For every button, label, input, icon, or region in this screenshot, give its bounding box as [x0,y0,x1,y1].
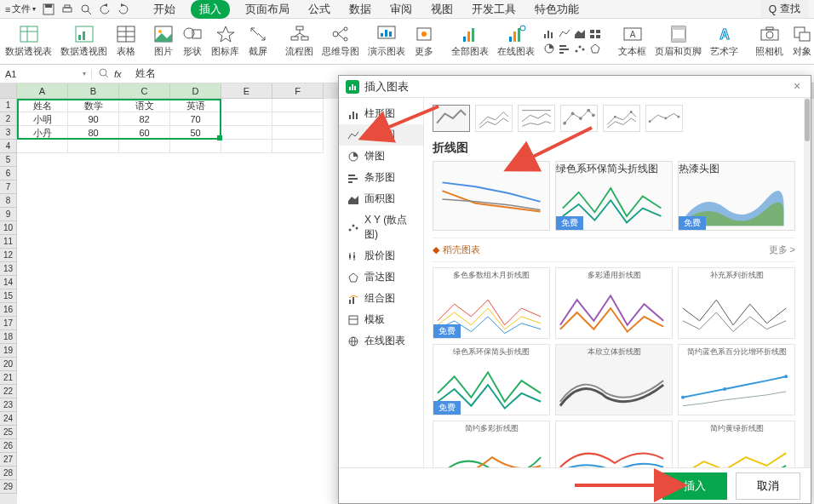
name-box[interactable]: A1 ▾ [0,69,92,79]
tab-dev[interactable]: 开发工具 [468,0,519,19]
row-header[interactable]: 27 [0,453,17,467]
row-header[interactable]: 25 [0,426,17,439]
close-button[interactable]: × [790,80,804,94]
col-header[interactable]: A [17,83,68,99]
btn-flowchart[interactable]: 流程图 [285,25,313,58]
row-header[interactable]: 11 [0,235,17,249]
file-menu[interactable]: ≡ 文件 ▾ [5,3,36,15]
daoke-item[interactable]: 简约蓝色系百分比增环折线图 [678,344,795,415]
chart-type-combo[interactable]: 组合图 [339,288,423,309]
row-header[interactable]: 21 [0,371,17,385]
cell[interactable]: 90 [68,112,119,126]
row-header[interactable]: 4 [0,140,17,153]
col-header[interactable]: D [170,83,221,99]
save-icon[interactable] [43,3,54,15]
row-header[interactable]: 14 [0,276,17,289]
row-header[interactable]: 6 [0,167,17,180]
row-header[interactable]: 18 [0,330,17,344]
daoke-item[interactable] [555,421,673,467]
tab-page-layout[interactable]: 页面布局 [242,0,293,19]
print-icon[interactable] [61,3,73,15]
cell[interactable]: 50 [170,126,221,140]
cancel-button[interactable]: 取消 [736,472,800,500]
cell[interactable]: 语文 [119,99,170,112]
cell[interactable]: 80 [68,126,119,140]
daoke-item[interactable]: 补充系列折线图 [678,267,795,339]
formula-input[interactable]: 姓名 [129,66,156,81]
cell[interactable] [119,140,170,153]
subtype-line-markers[interactable] [560,105,598,132]
tab-insert[interactable]: 插入 [191,0,230,19]
mini-scatter-icon[interactable] [574,43,586,54]
row-header[interactable]: 22 [0,385,17,398]
subtype-stacked-line[interactable] [475,105,513,132]
tab-data[interactable]: 数据 [346,0,375,19]
chart-type-line[interactable]: 折线图 [339,124,423,146]
select-all-corner[interactable] [0,83,17,99]
btn-textbox[interactable]: A文本框 [618,25,646,58]
row-header[interactable]: 10 [0,221,17,235]
btn-more[interactable]: 更多 [414,25,434,58]
cell[interactable] [68,140,119,153]
tab-view[interactable]: 视图 [427,0,456,19]
subtype-stacked-markers[interactable] [603,105,640,132]
cell[interactable]: 70 [170,112,221,126]
cell[interactable] [272,140,324,153]
cell[interactable] [272,112,324,126]
col-header[interactable]: E [221,83,272,99]
daoke-item[interactable]: 绿色系环保简头折线图免费 [433,344,550,415]
mini-area-icon[interactable] [574,27,586,39]
chart-type-radar[interactable]: 雷达图 [339,266,423,288]
btn-picture[interactable]: 图片 [153,25,174,58]
mini-column-icon[interactable] [543,27,555,39]
daoke-item[interactable]: 简约多彩折线图 [433,421,550,467]
vertical-scrollbar[interactable] [804,98,811,467]
row-header[interactable]: 9 [0,208,17,221]
tab-review[interactable]: 审阅 [387,0,416,19]
row-header[interactable]: 13 [0,262,17,276]
cell[interactable] [272,126,324,140]
row-header[interactable]: 12 [0,249,17,262]
tab-start[interactable]: 开始 [150,0,179,19]
cell[interactable]: 82 [119,112,170,126]
row-header[interactable]: 29 [0,480,17,494]
daoke-item[interactable]: 简约黄绿折线图 [678,421,795,467]
row-header[interactable]: 28 [0,467,17,480]
mini-bar-icon[interactable] [559,43,570,54]
tab-special[interactable]: 特色功能 [531,0,582,19]
cell[interactable]: 小明 [17,112,68,126]
mini-pie-icon[interactable] [543,43,555,54]
cell[interactable]: 小丹 [17,126,68,140]
col-header[interactable]: C [119,83,170,99]
cell[interactable] [221,112,272,126]
cell[interactable] [170,140,221,153]
preview-icon[interactable] [80,3,92,15]
subtype-percent-line[interactable] [518,105,555,132]
col-header[interactable]: F [272,83,324,99]
tab-formula[interactable]: 公式 [305,0,334,19]
undo-icon[interactable] [99,3,111,15]
btn-wordart[interactable]: A艺术字 [710,25,738,58]
cell[interactable]: 英语 [170,99,221,112]
btn-demo-chart[interactable]: 演示图表 [368,25,405,58]
scrollbar-thumb[interactable] [805,99,810,141]
btn-shape[interactable]: 形状 [182,25,203,58]
row-header[interactable]: 19 [0,344,17,358]
row-header[interactable]: 3 [0,126,17,140]
btn-all-charts[interactable]: 全部图表 [451,25,489,58]
cell[interactable]: 姓名 [17,99,68,112]
btn-mindmap[interactable]: 思维导图 [322,25,359,58]
btn-camera[interactable]: 照相机 [755,25,783,58]
search-box[interactable]: Q 查找 [760,0,809,18]
daoke-item[interactable]: 多色多数组木月折线图免费 [433,267,550,339]
row-header[interactable]: 24 [0,412,17,426]
chart-type-bar[interactable]: 条形图 [339,167,423,188]
preview-paint[interactable]: 热漆头图 免费 [678,161,795,231]
row-header[interactable]: 17 [0,317,17,330]
cell[interactable]: 60 [119,126,170,140]
btn-object[interactable]: 对象 [792,25,812,58]
btn-pivot-table[interactable]: 数据透视表 [5,25,52,58]
subtype-basic-line[interactable] [433,105,470,132]
chart-type-area[interactable]: 面积图 [339,188,423,209]
row-header[interactable]: 5 [0,153,17,167]
